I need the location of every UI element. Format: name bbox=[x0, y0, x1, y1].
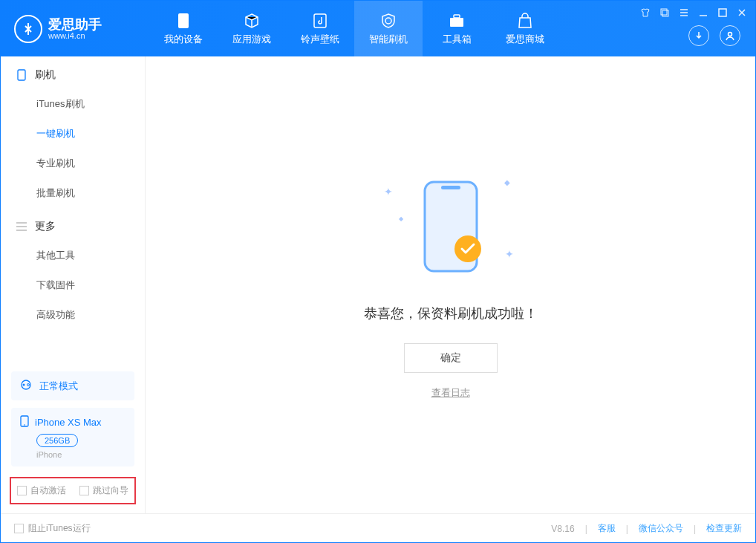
minimize-icon[interactable] bbox=[697, 7, 709, 19]
footer-link-wechat[interactable]: 微信公众号 bbox=[639, 522, 683, 535]
device-icon bbox=[175, 12, 192, 30]
tab-store[interactable]: 爱思商城 bbox=[491, 1, 559, 56]
shield-refresh-icon bbox=[379, 12, 397, 30]
sidebar-item-batch-flash[interactable]: 批量刷机 bbox=[1, 178, 145, 208]
phone-icon bbox=[16, 69, 27, 81]
device-phone-icon bbox=[20, 415, 29, 429]
maximize-icon[interactable] bbox=[717, 7, 729, 19]
svg-point-7 bbox=[729, 33, 732, 36]
sidebar-item-advanced[interactable]: 高级功能 bbox=[1, 300, 145, 330]
sidebar-item-pro-flash[interactable]: 专业刷机 bbox=[1, 149, 145, 178]
tab-label: 智能刷机 bbox=[369, 33, 408, 46]
phone-success-icon bbox=[417, 178, 484, 275]
app-subtitle: www.i4.cn bbox=[48, 31, 102, 40]
music-icon bbox=[311, 12, 329, 30]
tab-label: 工具箱 bbox=[443, 33, 472, 46]
auto-activate-checkbox[interactable]: 自动激活 bbox=[17, 484, 66, 497]
sidebar-group-flash: 刷机 bbox=[1, 56, 145, 89]
sidebar-item-oneclick-flash[interactable]: 一键刷机 bbox=[1, 119, 145, 149]
app-logo-icon bbox=[14, 15, 42, 43]
checkbox-label: 跳过向导 bbox=[93, 484, 128, 497]
checkbox-icon bbox=[14, 524, 24, 533]
tab-label: 爱思商城 bbox=[506, 33, 544, 46]
list-icon bbox=[16, 221, 27, 233]
sparkle-dot-icon: ◆ bbox=[399, 215, 403, 222]
checkbox-icon bbox=[17, 486, 27, 495]
footer: 阻止iTunes运行 V8.16 | 客服 | 微信公众号 | 检查更新 bbox=[1, 513, 755, 543]
header-right-buttons bbox=[688, 25, 740, 46]
logo-area: 爱思助手 www.i4.cn bbox=[1, 15, 149, 43]
main-tabs: 我的设备 应用游戏 铃声壁纸 智能刷机 工具箱 爱思商城 bbox=[149, 1, 559, 56]
refresh-icon bbox=[20, 379, 32, 393]
svg-rect-4 bbox=[661, 9, 667, 15]
svg-rect-0 bbox=[178, 13, 189, 28]
svg-rect-5 bbox=[662, 10, 668, 16]
tab-label: 应用游戏 bbox=[232, 33, 271, 46]
sidebar: 刷机 iTunes刷机 一键刷机 专业刷机 批量刷机 更多 其他工具 下载固件 … bbox=[1, 56, 146, 513]
download-button[interactable] bbox=[688, 25, 709, 46]
user-button[interactable] bbox=[720, 25, 740, 46]
device-info[interactable]: iPhone XS Max 256GB iPhone bbox=[11, 408, 134, 466]
tab-ringtones[interactable]: 铃声壁纸 bbox=[286, 1, 354, 56]
group-title: 更多 bbox=[35, 220, 56, 233]
layers-icon[interactable] bbox=[659, 7, 671, 19]
block-itunes-checkbox[interactable]: 阻止iTunes运行 bbox=[14, 522, 91, 535]
device-storage-badge: 256GB bbox=[36, 434, 78, 447]
svg-point-10 bbox=[23, 384, 25, 386]
svg-rect-8 bbox=[18, 70, 25, 80]
view-log-link[interactable]: 查看日志 bbox=[431, 386, 470, 400]
sidebar-item-itunes-flash[interactable]: iTunes刷机 bbox=[1, 89, 145, 119]
sidebar-item-download-firmware[interactable]: 下载固件 bbox=[1, 270, 145, 300]
tab-toolbox[interactable]: 工具箱 bbox=[423, 1, 491, 56]
app-title: 爱思助手 bbox=[48, 18, 102, 31]
checkbox-label: 阻止iTunes运行 bbox=[28, 522, 91, 535]
close-icon[interactable] bbox=[736, 7, 748, 19]
tab-apps[interactable]: 应用游戏 bbox=[218, 1, 286, 56]
menu-icon[interactable] bbox=[678, 7, 690, 19]
tab-label: 我的设备 bbox=[164, 33, 203, 46]
version-label: V8.16 bbox=[551, 524, 574, 534]
body-area: 刷机 iTunes刷机 一键刷机 专业刷机 批量刷机 更多 其他工具 下载固件 … bbox=[1, 56, 755, 513]
sparkle-icon: ✦ bbox=[505, 248, 514, 260]
confirm-button[interactable]: 确定 bbox=[404, 343, 498, 373]
tshirt-icon[interactable] bbox=[639, 7, 651, 19]
sparkle-dot-icon: ◆ bbox=[504, 178, 510, 186]
app-header: 爱思助手 www.i4.cn 我的设备 应用游戏 铃声壁纸 智能刷机 工具箱 爱… bbox=[1, 1, 755, 56]
main-content: ✦ ◆ ◆ ✦ 恭喜您，保资料刷机成功啦！ 确定 查看日志 bbox=[146, 56, 755, 513]
highlighted-options: 自动激活 跳过向导 bbox=[10, 477, 136, 504]
footer-right: V8.16 | 客服 | 微信公众号 | 检查更新 bbox=[551, 522, 742, 535]
sidebar-item-other-tools[interactable]: 其他工具 bbox=[1, 241, 145, 270]
success-illustration: ✦ ◆ ◆ ✦ bbox=[377, 171, 525, 282]
tab-flash[interactable]: 智能刷机 bbox=[354, 1, 423, 56]
checkbox-icon bbox=[79, 486, 89, 495]
skip-guide-checkbox[interactable]: 跳过向导 bbox=[79, 484, 128, 497]
footer-link-update[interactable]: 检查更新 bbox=[706, 522, 742, 535]
mode-indicator[interactable]: 正常模式 bbox=[11, 371, 134, 400]
device-name-label: iPhone XS Max bbox=[35, 417, 102, 428]
sidebar-group-more: 更多 bbox=[1, 208, 145, 241]
device-type-label: iPhone bbox=[36, 450, 126, 459]
svg-point-11 bbox=[27, 384, 30, 386]
checkbox-label: 自动激活 bbox=[30, 484, 66, 497]
mode-label: 正常模式 bbox=[39, 380, 78, 393]
window-controls bbox=[639, 7, 748, 19]
svg-rect-2 bbox=[450, 18, 463, 27]
svg-rect-6 bbox=[719, 9, 726, 16]
sparkle-icon: ✦ bbox=[384, 186, 393, 198]
bag-icon bbox=[516, 12, 534, 30]
svg-rect-3 bbox=[454, 15, 460, 18]
tab-my-device[interactable]: 我的设备 bbox=[149, 1, 218, 56]
briefcase-icon bbox=[448, 12, 466, 30]
footer-link-support[interactable]: 客服 bbox=[598, 522, 616, 535]
svg-point-13 bbox=[24, 424, 25, 426]
success-message: 恭喜您，保资料刷机成功啦！ bbox=[364, 305, 538, 322]
group-title: 刷机 bbox=[35, 68, 56, 82]
tab-label: 铃声壁纸 bbox=[301, 33, 339, 46]
cube-icon bbox=[243, 12, 261, 30]
svg-rect-15 bbox=[441, 186, 460, 189]
